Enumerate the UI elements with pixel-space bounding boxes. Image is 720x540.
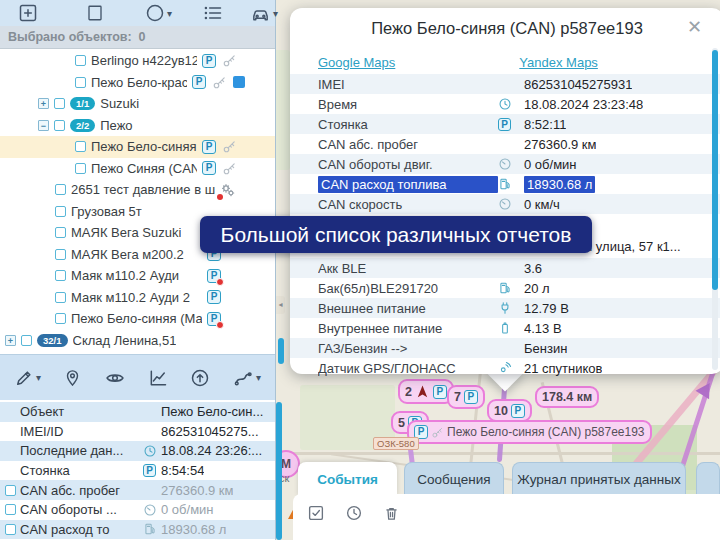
watermark-logo-circle [635, 514, 647, 526]
panel-collapse-handle[interactable]: ◂ [276, 296, 285, 314]
checkbox[interactable] [75, 141, 86, 152]
list-view-button[interactable] [198, 0, 228, 26]
tracks-button[interactable]: ▾ [228, 365, 265, 391]
watermark-text: Avito [652, 494, 720, 528]
select-area-button[interactable] [82, 0, 108, 26]
show-vehicles-button[interactable]: ▾ [246, 0, 282, 26]
locate-button[interactable] [59, 365, 86, 391]
route-line [677, 362, 719, 478]
tree-item[interactable]: Маяк м110.2 Ауди P [0, 265, 275, 287]
checkbox[interactable] [55, 206, 66, 217]
tab-events[interactable]: События [298, 462, 397, 496]
chevron-down-icon[interactable]: ▾ [256, 372, 261, 383]
popup-title: Пежо Бело-синяя (CAN) p587ee193 [290, 19, 720, 38]
tree-item[interactable]: Маяк м110.2 Ауди 2 P [0, 287, 275, 309]
key-icon [431, 426, 444, 439]
objects-toolbar: ▾ ▾ [0, 0, 275, 26]
checkbox[interactable] [75, 77, 86, 88]
tree-item[interactable]: Пежо Бело-красная P [0, 72, 275, 94]
checkbox[interactable] [75, 163, 86, 174]
tree-item[interactable]: 2651 тест давление в ш [0, 179, 275, 201]
tree-group[interactable]: + 32/1 Склад Ленина,51 [0, 330, 275, 352]
circle-select-button[interactable]: ▾ [141, 0, 176, 26]
parking-off-icon: P [207, 269, 221, 283]
popup-row: Внутреннее питание4.13 В [290, 318, 720, 338]
clock-icon[interactable] [345, 504, 363, 522]
checkbox[interactable] [75, 55, 86, 66]
marker-count: 7 [454, 390, 461, 404]
trash-icon[interactable] [383, 505, 400, 522]
popup-row: Датчик GPS/ГЛОНАСС21 спутников [290, 358, 720, 378]
detail-row: CAN абс. пробег276360.9 км [0, 480, 275, 500]
fuel-icon [498, 281, 512, 295]
chevron-down-icon[interactable]: ▾ [36, 372, 41, 383]
checkbox[interactable] [54, 120, 65, 131]
key-icon [222, 161, 237, 176]
checkbox[interactable] [55, 249, 66, 260]
details-scrollbar-handle[interactable] [276, 402, 282, 540]
export-button[interactable] [186, 365, 214, 391]
parking-icon: P [433, 385, 447, 399]
expander-minus-icon[interactable]: − [38, 120, 49, 131]
checkbox[interactable] [55, 313, 66, 324]
parking-icon: P [143, 464, 156, 477]
watch-button[interactable] [100, 365, 130, 391]
group-count-badge: 32/1 [37, 334, 68, 347]
add-object-button[interactable] [14, 0, 42, 26]
popup-row: Время18.08.2024 23:23:48 [290, 94, 720, 114]
color-swatch [233, 76, 245, 88]
map-marker-group[interactable]: 2 P [398, 379, 454, 404]
checkbox[interactable] [55, 227, 66, 238]
map-vehicle-label[interactable]: P Пежо Бело-синяя (CAN) p587ee193 [407, 420, 652, 444]
vehicle-info-popup: Пежо Бело-синяя (CAN) p587ee193 ✕ Google… [290, 8, 720, 374]
checkbox[interactable] [55, 184, 66, 195]
parking-icon: P [464, 390, 478, 404]
tree-item-selected[interactable]: Пежо Бело-синяя (С P [0, 136, 275, 158]
detail-row: ОбъектПежо Бело-син... [0, 402, 275, 422]
group-count-badge: 1/1 [70, 97, 95, 110]
popup-scrollbar-handle[interactable] [712, 50, 718, 290]
tab-messages[interactable]: Сообщения [404, 462, 504, 496]
tree-group[interactable]: − 2/2 Пежо [0, 115, 275, 137]
detail-row: IMEI/ID862531045275... [0, 422, 275, 442]
detail-row: СтоянкаP8:54:54 [0, 461, 275, 481]
gears-icon [220, 182, 236, 198]
checkbox[interactable] [54, 98, 65, 109]
popup-row: CAN скорость0 км/ч [290, 194, 720, 214]
tree-item[interactable]: Пежо Бело-синяя (Мая P [0, 308, 275, 330]
yandex-maps-link[interactable]: Yandex Maps [519, 55, 598, 70]
reports-button[interactable] [144, 365, 172, 391]
checkbox[interactable] [5, 485, 16, 496]
checkbox[interactable] [21, 335, 32, 346]
popup-row: Внешнее питание12.79 В [290, 298, 720, 318]
key-icon [212, 75, 227, 90]
chevron-down-icon[interactable]: ▾ [167, 8, 172, 19]
map-marker-group[interactable]: 10 P [487, 399, 532, 422]
plug-icon [498, 301, 512, 315]
chevron-down-icon[interactable]: ▾ [273, 8, 278, 19]
watermark-logo-circle [611, 506, 633, 528]
map-links-row: Google Maps Yandex Maps [290, 52, 720, 73]
checkbox[interactable] [55, 270, 66, 281]
popup-row: IMEI862531045275931 [290, 74, 720, 94]
checkbox[interactable] [55, 292, 66, 303]
close-icon[interactable]: ✕ [687, 16, 702, 38]
google-maps-link[interactable]: Google Maps [318, 55, 395, 70]
tree-item[interactable]: Berlingo н422ув123 P [0, 50, 275, 72]
tree-scrollbar-handle[interactable] [278, 338, 284, 364]
gauge-icon [498, 197, 512, 211]
object-actions-toolbar: ▾ ▾ [0, 354, 275, 400]
edit-button[interactable]: ▾ [10, 365, 45, 391]
map-marker-group[interactable]: 7 P [447, 385, 485, 409]
expander-plus-icon[interactable]: + [5, 335, 16, 346]
tree-group[interactable]: + 1/1 Suzuki [0, 93, 275, 115]
checkbox[interactable] [5, 524, 16, 535]
expander-plus-icon[interactable]: + [38, 98, 49, 109]
check-square-icon[interactable] [307, 504, 325, 522]
watermark: Avito [608, 490, 720, 536]
battery-icon [498, 321, 512, 335]
parking-icon: P [202, 140, 216, 154]
watermark-logo-circle [632, 496, 647, 511]
tree-item[interactable]: Пежо Синяя (CAN) с P [0, 158, 275, 180]
checkbox[interactable] [5, 504, 16, 515]
